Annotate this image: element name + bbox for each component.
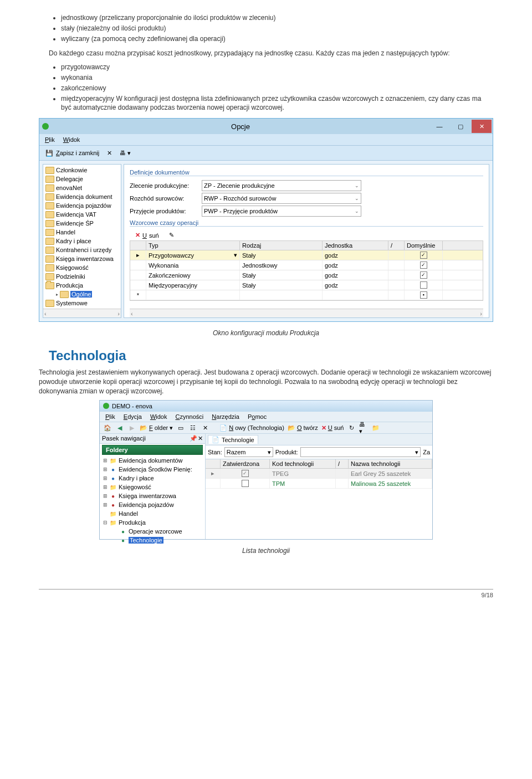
menu-plik[interactable]: Plik	[105, 413, 115, 420]
print-icon[interactable]: 🖶 ▾	[117, 149, 133, 157]
otworz-button[interactable]: 📂 Otwórz	[288, 424, 318, 432]
col-typ[interactable]: Typ	[146, 241, 240, 250]
field-label: Rozchód surowców:	[130, 195, 202, 202]
col-sort[interactable]: /	[388, 241, 405, 250]
nowy-button[interactable]: 📄 Nowy (Technologia)	[219, 424, 284, 432]
section-heading: Technologia	[49, 348, 493, 363]
tree-item[interactable]: ●Operacje wzorcowe	[102, 527, 203, 536]
menu-czynnosci[interactable]: Czynności	[176, 413, 204, 420]
col-nazwa[interactable]: Nazwa technologii	[349, 459, 432, 468]
col-rodzaj[interactable]: Rodzaj	[240, 241, 323, 250]
table-row[interactable]: ▸✓TPEGEarl Grey 25 saszetek	[206, 469, 432, 479]
li: stały (niezależny od ilości produktu)	[61, 24, 493, 33]
table-row[interactable]: ZakończeniowyStałygodz✓	[130, 270, 483, 280]
col-sort[interactable]: /	[336, 459, 349, 468]
tree-item[interactable]: 📁Handel	[102, 509, 203, 518]
tree-item[interactable]: Handel	[43, 228, 121, 237]
stan-combo[interactable]: Razem▾	[224, 447, 273, 457]
table-row[interactable]: ▸Przygotowawczy▾Stałygodz✓	[130, 250, 483, 260]
tools-icon[interactable]: ✕	[201, 423, 209, 432]
combo[interactable]: RWP - Rozchód surowców⌄	[202, 193, 361, 204]
usun-button[interactable]: ✕ Usuń	[133, 231, 161, 239]
li: jednostkowy (przeliczany proporcjonalnie…	[61, 13, 493, 23]
folder-button[interactable]: 📂 Folder ▾	[140, 424, 173, 432]
minimize-button[interactable]: —	[429, 120, 449, 133]
print-icon[interactable]: 🖶 ▾	[359, 423, 368, 432]
view-icon[interactable]: ▭	[176, 423, 185, 432]
grid-technologie: Zatwierdzona Kod technologii / Nazwa tec…	[206, 459, 432, 489]
close-pane-icon[interactable]: ✕	[198, 435, 203, 442]
right-h-scroll[interactable]: ‹›	[130, 309, 483, 317]
tree-item[interactable]: enovaNet	[43, 183, 121, 192]
nav-pane: Pasek nawigacji 📌✕ Foldery ⊞📁Ewidencja d…	[100, 434, 206, 539]
menu-plik[interactable]: Plik	[45, 136, 55, 143]
tree-item[interactable]: Ewidencje ŚP	[43, 219, 121, 228]
group-definicje: Definicje dokumentów	[130, 169, 483, 176]
group-czasy: Wzorcowe czasy operacji	[130, 219, 483, 227]
menu-edycja[interactable]: Edycja	[124, 413, 142, 420]
toolbar: 🏠 ◀ ▶ 📂 Folder ▾ ▭ ☷ ✕ 📄 Nowy (Technolog…	[100, 422, 432, 434]
tree-item[interactable]: Ewidencja pojazdów	[43, 201, 121, 210]
edit-icon[interactable]: ✎	[167, 231, 176, 239]
close-button[interactable]: ✕	[472, 120, 492, 133]
col-zatwierdzona[interactable]: Zatwierdzona	[221, 459, 270, 468]
forward-icon[interactable]: ▶	[127, 423, 136, 432]
table-row[interactable]: TPMMalinowa 25 saszetek	[206, 479, 432, 489]
menu-widok[interactable]: Widok	[150, 413, 167, 420]
foldery-header[interactable]: Foldery	[102, 445, 203, 455]
menu-widok[interactable]: Widok	[63, 136, 80, 143]
refresh-icon[interactable]: ↻	[347, 423, 356, 432]
tools-icon[interactable]: ✕	[105, 149, 114, 157]
tree-item[interactable]: ⊞●Ewidencja pojazdów	[102, 500, 203, 509]
menubar: Plik Edycja Widok Czynności Narzędzia Po…	[100, 412, 432, 422]
h-scroll[interactable]: ‹›	[43, 309, 121, 317]
tree-item[interactable]: Księgowość	[43, 263, 121, 272]
tree-item[interactable]: ⊞●Księga inwentarzowa	[102, 491, 203, 500]
usun-button[interactable]: ✕ Usuń	[321, 424, 344, 432]
tree-item[interactable]: ▸Ogólne	[43, 290, 121, 299]
tree-icon[interactable]: ☷	[188, 423, 197, 432]
table-row[interactable]: MiędzyoperacyjnyStałygodz	[130, 280, 483, 290]
app-icon	[39, 123, 52, 130]
tree-item[interactable]: Ewidencja VAT	[43, 210, 121, 219]
tree-item[interactable]: ●Technologie	[102, 536, 203, 545]
home-icon[interactable]: 🏠	[103, 423, 112, 432]
tree-pane: CzłonkowieDelegacjeenovaNetEwidencja dok…	[43, 164, 121, 318]
newfolder-icon[interactable]: 📁	[371, 423, 380, 432]
menu-pomoc[interactable]: Pomoc	[248, 413, 267, 420]
main-pane: 📄Technologie Stan: Razem▾ Produkt: ▾ Za …	[206, 434, 432, 539]
tree-item[interactable]: Członkowie	[43, 166, 121, 175]
tree-item[interactable]: Kadry i płace	[43, 237, 121, 245]
table-row[interactable]: WykonaniaJednostkowygodz✓	[130, 260, 483, 270]
back-icon[interactable]: ◀	[115, 423, 124, 432]
combo[interactable]: PWP - Przyjęcie produktów⌄	[202, 206, 361, 217]
produkt-combo[interactable]: ▾	[300, 447, 421, 457]
tree-item[interactable]: ⊞●Kadry i płace	[102, 474, 203, 483]
tree-item[interactable]: Kontrahenci i urzędy	[43, 245, 121, 254]
pin-icon[interactable]: 📌	[190, 435, 197, 442]
tree-item[interactable]: Ewidencja dokument	[43, 192, 121, 201]
tree-item[interactable]: Produkcja	[43, 281, 121, 290]
tree-item[interactable]: Podzielniki	[43, 272, 121, 281]
col-jednostka[interactable]: Jednostka	[323, 241, 388, 250]
titlebar: Opcje — ▢ ✕	[39, 119, 493, 134]
field-label: Przyjęcie produktów:	[130, 208, 202, 214]
col-kod[interactable]: Kod technologii	[270, 459, 336, 468]
li: wykonania	[61, 73, 493, 83]
tab-technologie[interactable]: 📄Technologie	[208, 435, 258, 444]
save-close-button[interactable]: 💾 Zapisz i zamknij	[43, 148, 101, 158]
menu-narzedzia[interactable]: Narzędzia	[212, 413, 239, 420]
maximize-button[interactable]: ▢	[451, 120, 470, 133]
tree-item[interactable]: Systemowe	[43, 299, 121, 308]
tree-item[interactable]: ⊞📁Ewidencja dokumentów	[102, 456, 203, 465]
right-pane: Definicje dokumentów Zlecenie produkcyjn…	[124, 164, 489, 318]
tree-item[interactable]: ⊟📁Produkcja	[102, 518, 203, 527]
intro-list: jednostkowy (przeliczany proporcjonalnie…	[39, 13, 493, 43]
tree-item[interactable]: Delegacje	[43, 175, 121, 183]
lbl-za: Za	[423, 449, 430, 455]
combo[interactable]: ZP - Zlecenie produkcyjne⌄	[202, 180, 361, 191]
tree-item[interactable]: ⊞📁Księgowość	[102, 483, 203, 491]
tree-item[interactable]: ⊞●Ewidencja Środków Pienię:	[102, 465, 203, 474]
tree-item[interactable]: Księga inwentarzowa	[43, 254, 121, 263]
col-domyslnie[interactable]: Domyślnie	[405, 241, 443, 250]
